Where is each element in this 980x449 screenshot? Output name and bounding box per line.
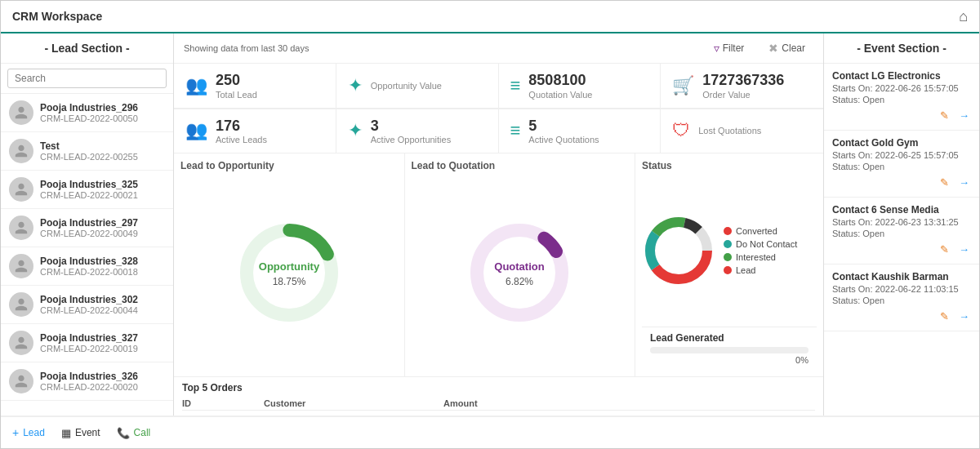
event-actions: ✎ →	[832, 175, 971, 190]
sidebar-item-id: CRM-LEAD-2022-00021	[40, 190, 138, 200]
stat-label: Active Quotations	[528, 135, 599, 144]
orders-col-customer: Customer	[264, 398, 427, 408]
legend-item: Lead	[724, 265, 797, 275]
legend-label: Do Not Contact	[736, 239, 797, 249]
stat-label: Total Lead	[216, 90, 257, 100]
sidebar-title: - Lead Section -	[1, 33, 173, 64]
filter-button[interactable]: ▿ Filter	[706, 38, 753, 58]
stat-icon: 👥	[185, 75, 207, 96]
list-item[interactable]: Pooja Industries_325 CRM-LEAD-2022-00021	[1, 171, 173, 209]
sidebar-item-name: Pooja Industries_326	[40, 371, 138, 382]
stat-info: 3 Active Opportunities	[371, 118, 451, 145]
event-open-button[interactable]: →	[957, 175, 971, 190]
search-input[interactable]	[7, 69, 167, 88]
sidebar-item-id: CRM-LEAD-2022-00018	[40, 267, 138, 277]
call-button[interactable]: 📞 Call	[117, 427, 151, 439]
stat-value: 250	[216, 72, 257, 90]
event-status: Status: Open	[832, 95, 971, 104]
stat-label: Quotation Value	[528, 90, 592, 100]
orders-col-id: ID	[182, 398, 247, 408]
sidebar-item-id: CRM-LEAD-2022-00050	[40, 113, 138, 123]
stat-card: 🛡 Lost Quotations	[661, 109, 823, 153]
event-edit-button[interactable]: ✎	[938, 309, 951, 324]
call-label: Call	[134, 427, 151, 438]
home-icon[interactable]: ⌂	[959, 8, 968, 25]
stat-card: ✦ 3 Active Opportunities	[336, 109, 499, 153]
event-section-title: - Event Section -	[824, 33, 979, 64]
legend-label: Converted	[736, 226, 777, 236]
list-item[interactable]: Pooja Industries_296 CRM-LEAD-2022-00050	[1, 94, 173, 132]
opportunity-pct-label: 18.75%	[272, 276, 305, 287]
event-starts-on: Starts On: 2022-06-23 13:31:25	[832, 217, 971, 227]
charts-area: Lead to Opportunity Opportunity 18.75% L…	[174, 153, 823, 376]
stats-row-2: 👥 176 Active Leads ✦ 3 Active Opportunit…	[174, 109, 823, 154]
event-open-button[interactable]: →	[957, 309, 971, 324]
avatar	[9, 254, 33, 278]
sidebar-item-info: Pooja Industries_327 CRM-LEAD-2022-00019	[40, 332, 138, 353]
list-item[interactable]: Pooja Industries_327 CRM-LEAD-2022-00019	[1, 324, 173, 362]
stat-icon: 🛡	[672, 120, 690, 141]
legend-item: Do Not Contact	[724, 239, 797, 249]
stat-label: Active Opportunities	[371, 135, 451, 144]
event-actions: ✎ →	[832, 309, 971, 324]
stat-card: ≡ 5 Active Quotations	[499, 109, 662, 153]
lead-button[interactable]: + Lead	[12, 426, 45, 439]
center-toolbar: Showing data from last 30 days ▿ Filter …	[174, 33, 823, 64]
avatar	[9, 292, 33, 317]
stat-card: ✦ Opportunity Value	[336, 64, 499, 109]
opportunity-donut-svg: Opportunity 18.75%	[232, 216, 346, 330]
sidebar-item-info: Pooja Industries_297 CRM-LEAD-2022-00049	[40, 217, 138, 238]
stat-icon: ≡	[510, 120, 521, 141]
status-section: Status	[635, 153, 823, 376]
stat-label: Order Value	[702, 90, 784, 100]
quotation-center-label: Quotation	[495, 260, 545, 273]
status-title: Status	[642, 160, 817, 171]
event-name: Contact Gold Gym	[832, 137, 971, 149]
sidebar-item-info: Pooja Industries_328 CRM-LEAD-2022-00018	[40, 256, 138, 277]
calendar-icon: ▦	[61, 427, 71, 439]
orders-title: Top 5 Orders	[182, 382, 815, 393]
sidebar-item-name: Pooja Industries_302	[40, 294, 138, 305]
event-status: Status: Open	[832, 229, 971, 238]
stat-card: 👥 176 Active Leads	[174, 109, 336, 153]
clear-icon: ✖	[768, 42, 778, 55]
quotation-donut-svg: Quotation 6.82%	[462, 216, 577, 330]
stat-info: 176 Active Leads	[216, 118, 267, 145]
event-edit-button[interactable]: ✎	[938, 242, 951, 257]
opportunity-chart-title: Lead to Opportunity	[180, 160, 398, 171]
stat-info: Lost Quotations	[698, 126, 761, 136]
clear-button[interactable]: ✖ Clear	[760, 38, 813, 58]
event-open-button[interactable]: →	[957, 108, 971, 123]
event-edit-button[interactable]: ✎	[938, 175, 951, 190]
event-item: Contact Kaushik Barman Starts On: 2022-0…	[824, 265, 979, 331]
avatar	[9, 369, 33, 393]
lead-gen-pct: 0%	[650, 355, 808, 365]
lead-generated-section: Lead Generated 0%	[642, 327, 817, 370]
opportunity-center-label: Opportunity	[259, 260, 320, 273]
app-title: CRM Workspace	[12, 10, 102, 23]
stat-value: 176	[216, 118, 267, 136]
app-header: CRM Workspace ⌂	[1, 1, 979, 33]
stat-value: 3	[371, 118, 451, 136]
clear-label: Clear	[782, 42, 805, 54]
stat-info: 5 Active Quotations	[528, 118, 599, 145]
list-item[interactable]: Pooja Industries_326 CRM-LEAD-2022-00020	[1, 362, 173, 401]
event-edit-button[interactable]: ✎	[938, 108, 951, 123]
event-button[interactable]: ▦ Event	[61, 427, 100, 439]
plus-icon: +	[12, 426, 19, 439]
event-open-button[interactable]: →	[957, 242, 971, 257]
sidebar-item-name: Pooja Industries_297	[40, 217, 138, 229]
list-item[interactable]: Pooja Industries_302 CRM-LEAD-2022-00044	[1, 286, 173, 324]
list-item[interactable]: Pooja Industries_297 CRM-LEAD-2022-00049	[1, 209, 173, 247]
legend-dot	[724, 240, 732, 248]
quotation-pct-label: 6.82%	[506, 276, 533, 287]
sidebar-item-info: Pooja Industries_326 CRM-LEAD-2022-00020	[40, 371, 138, 392]
lead-label: Lead	[23, 427, 45, 438]
sidebar-item-info: Pooja Industries_302 CRM-LEAD-2022-00044	[40, 294, 138, 315]
avatar	[9, 100, 33, 125]
stats-row-1: 👥 250 Total Lead ✦ Opportunity Value ≡ 8…	[174, 64, 823, 109]
list-item[interactable]: Pooja Industries_328 CRM-LEAD-2022-00018	[1, 247, 173, 286]
lead-sidebar: - Lead Section - Pooja Industries_296 CR…	[1, 33, 174, 416]
list-item[interactable]: Test CRM-LEAD-2022-00255	[1, 132, 173, 171]
lead-to-quotation-chart: Lead to Quotation Quotation 6.82%	[405, 153, 636, 376]
